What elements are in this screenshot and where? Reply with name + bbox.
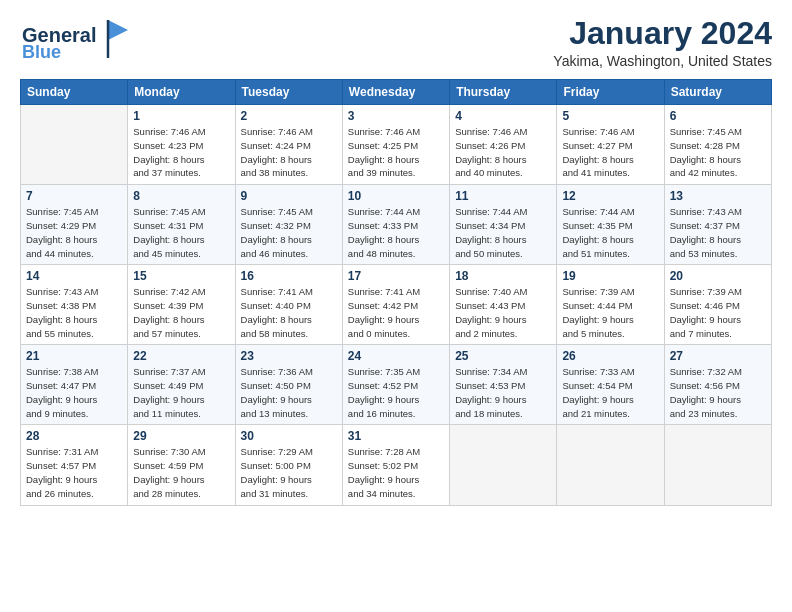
day-info: Sunrise: 7:43 AMSunset: 4:37 PMDaylight:… bbox=[670, 205, 766, 260]
day-number: 13 bbox=[670, 189, 766, 203]
day-number: 23 bbox=[241, 349, 337, 363]
day-number: 10 bbox=[348, 189, 444, 203]
day-info: Sunrise: 7:45 AMSunset: 4:32 PMDaylight:… bbox=[241, 205, 337, 260]
day-info: Sunrise: 7:38 AMSunset: 4:47 PMDaylight:… bbox=[26, 365, 122, 420]
calendar-cell: 19Sunrise: 7:39 AMSunset: 4:44 PMDayligh… bbox=[557, 265, 664, 345]
calendar-cell: 6Sunrise: 7:45 AMSunset: 4:28 PMDaylight… bbox=[664, 105, 771, 185]
calendar-cell: 21Sunrise: 7:38 AMSunset: 4:47 PMDayligh… bbox=[21, 345, 128, 425]
calendar-cell: 10Sunrise: 7:44 AMSunset: 4:33 PMDayligh… bbox=[342, 185, 449, 265]
day-info: Sunrise: 7:46 AMSunset: 4:25 PMDaylight:… bbox=[348, 125, 444, 180]
day-info: Sunrise: 7:39 AMSunset: 4:44 PMDaylight:… bbox=[562, 285, 658, 340]
weekday-header: Wednesday bbox=[342, 80, 449, 105]
logo: General Blue bbox=[20, 16, 130, 60]
calendar-cell: 30Sunrise: 7:29 AMSunset: 5:00 PMDayligh… bbox=[235, 425, 342, 505]
day-number: 5 bbox=[562, 109, 658, 123]
day-number: 28 bbox=[26, 429, 122, 443]
day-number: 18 bbox=[455, 269, 551, 283]
day-info: Sunrise: 7:46 AMSunset: 4:23 PMDaylight:… bbox=[133, 125, 229, 180]
weekday-header: Sunday bbox=[21, 80, 128, 105]
weekday-header: Thursday bbox=[450, 80, 557, 105]
day-number: 26 bbox=[562, 349, 658, 363]
calendar-cell: 17Sunrise: 7:41 AMSunset: 4:42 PMDayligh… bbox=[342, 265, 449, 345]
calendar-table: SundayMondayTuesdayWednesdayThursdayFrid… bbox=[20, 79, 772, 505]
day-number: 29 bbox=[133, 429, 229, 443]
day-info: Sunrise: 7:44 AMSunset: 4:35 PMDaylight:… bbox=[562, 205, 658, 260]
day-info: Sunrise: 7:41 AMSunset: 4:42 PMDaylight:… bbox=[348, 285, 444, 340]
header: General Blue January 2024 Yakima, Washin… bbox=[20, 16, 772, 69]
calendar-cell: 7Sunrise: 7:45 AMSunset: 4:29 PMDaylight… bbox=[21, 185, 128, 265]
day-info: Sunrise: 7:35 AMSunset: 4:52 PMDaylight:… bbox=[348, 365, 444, 420]
day-number: 4 bbox=[455, 109, 551, 123]
calendar-cell: 2Sunrise: 7:46 AMSunset: 4:24 PMDaylight… bbox=[235, 105, 342, 185]
day-info: Sunrise: 7:39 AMSunset: 4:46 PMDaylight:… bbox=[670, 285, 766, 340]
day-number: 3 bbox=[348, 109, 444, 123]
calendar-cell: 28Sunrise: 7:31 AMSunset: 4:57 PMDayligh… bbox=[21, 425, 128, 505]
day-number: 2 bbox=[241, 109, 337, 123]
calendar-cell: 20Sunrise: 7:39 AMSunset: 4:46 PMDayligh… bbox=[664, 265, 771, 345]
title-area: January 2024 Yakima, Washington, United … bbox=[553, 16, 772, 69]
calendar-cell: 8Sunrise: 7:45 AMSunset: 4:31 PMDaylight… bbox=[128, 185, 235, 265]
day-number: 19 bbox=[562, 269, 658, 283]
day-info: Sunrise: 7:46 AMSunset: 4:26 PMDaylight:… bbox=[455, 125, 551, 180]
calendar-cell: 25Sunrise: 7:34 AMSunset: 4:53 PMDayligh… bbox=[450, 345, 557, 425]
calendar-week-row: 14Sunrise: 7:43 AMSunset: 4:38 PMDayligh… bbox=[21, 265, 772, 345]
svg-marker-2 bbox=[108, 20, 128, 40]
weekday-header: Saturday bbox=[664, 80, 771, 105]
day-info: Sunrise: 7:28 AMSunset: 5:02 PMDaylight:… bbox=[348, 445, 444, 500]
day-number: 22 bbox=[133, 349, 229, 363]
day-info: Sunrise: 7:29 AMSunset: 5:00 PMDaylight:… bbox=[241, 445, 337, 500]
calendar-cell bbox=[450, 425, 557, 505]
weekday-header-row: SundayMondayTuesdayWednesdayThursdayFrid… bbox=[21, 80, 772, 105]
day-number: 30 bbox=[241, 429, 337, 443]
day-info: Sunrise: 7:30 AMSunset: 4:59 PMDaylight:… bbox=[133, 445, 229, 500]
calendar-cell: 3Sunrise: 7:46 AMSunset: 4:25 PMDaylight… bbox=[342, 105, 449, 185]
day-number: 20 bbox=[670, 269, 766, 283]
day-info: Sunrise: 7:33 AMSunset: 4:54 PMDaylight:… bbox=[562, 365, 658, 420]
day-number: 12 bbox=[562, 189, 658, 203]
day-info: Sunrise: 7:45 AMSunset: 4:28 PMDaylight:… bbox=[670, 125, 766, 180]
calendar-cell bbox=[557, 425, 664, 505]
weekday-header: Monday bbox=[128, 80, 235, 105]
day-info: Sunrise: 7:46 AMSunset: 4:27 PMDaylight:… bbox=[562, 125, 658, 180]
calendar-cell: 13Sunrise: 7:43 AMSunset: 4:37 PMDayligh… bbox=[664, 185, 771, 265]
calendar-week-row: 28Sunrise: 7:31 AMSunset: 4:57 PMDayligh… bbox=[21, 425, 772, 505]
day-number: 7 bbox=[26, 189, 122, 203]
svg-text:Blue: Blue bbox=[22, 42, 61, 60]
day-info: Sunrise: 7:32 AMSunset: 4:56 PMDaylight:… bbox=[670, 365, 766, 420]
day-info: Sunrise: 7:42 AMSunset: 4:39 PMDaylight:… bbox=[133, 285, 229, 340]
calendar-cell bbox=[21, 105, 128, 185]
calendar-cell: 1Sunrise: 7:46 AMSunset: 4:23 PMDaylight… bbox=[128, 105, 235, 185]
calendar-cell: 29Sunrise: 7:30 AMSunset: 4:59 PMDayligh… bbox=[128, 425, 235, 505]
calendar-cell: 23Sunrise: 7:36 AMSunset: 4:50 PMDayligh… bbox=[235, 345, 342, 425]
day-info: Sunrise: 7:46 AMSunset: 4:24 PMDaylight:… bbox=[241, 125, 337, 180]
main-title: January 2024 bbox=[553, 16, 772, 51]
day-info: Sunrise: 7:44 AMSunset: 4:33 PMDaylight:… bbox=[348, 205, 444, 260]
calendar-cell: 9Sunrise: 7:45 AMSunset: 4:32 PMDaylight… bbox=[235, 185, 342, 265]
day-number: 31 bbox=[348, 429, 444, 443]
day-number: 14 bbox=[26, 269, 122, 283]
day-number: 15 bbox=[133, 269, 229, 283]
calendar-cell: 12Sunrise: 7:44 AMSunset: 4:35 PMDayligh… bbox=[557, 185, 664, 265]
day-number: 6 bbox=[670, 109, 766, 123]
day-info: Sunrise: 7:45 AMSunset: 4:29 PMDaylight:… bbox=[26, 205, 122, 260]
day-number: 21 bbox=[26, 349, 122, 363]
day-number: 8 bbox=[133, 189, 229, 203]
day-info: Sunrise: 7:34 AMSunset: 4:53 PMDaylight:… bbox=[455, 365, 551, 420]
calendar-cell bbox=[664, 425, 771, 505]
calendar-cell: 31Sunrise: 7:28 AMSunset: 5:02 PMDayligh… bbox=[342, 425, 449, 505]
day-info: Sunrise: 7:43 AMSunset: 4:38 PMDaylight:… bbox=[26, 285, 122, 340]
day-info: Sunrise: 7:44 AMSunset: 4:34 PMDaylight:… bbox=[455, 205, 551, 260]
day-number: 11 bbox=[455, 189, 551, 203]
day-info: Sunrise: 7:31 AMSunset: 4:57 PMDaylight:… bbox=[26, 445, 122, 500]
weekday-header: Tuesday bbox=[235, 80, 342, 105]
calendar-cell: 4Sunrise: 7:46 AMSunset: 4:26 PMDaylight… bbox=[450, 105, 557, 185]
logo-icon: General Blue bbox=[20, 16, 130, 60]
calendar-cell: 14Sunrise: 7:43 AMSunset: 4:38 PMDayligh… bbox=[21, 265, 128, 345]
weekday-header: Friday bbox=[557, 80, 664, 105]
day-info: Sunrise: 7:40 AMSunset: 4:43 PMDaylight:… bbox=[455, 285, 551, 340]
page: General Blue January 2024 Yakima, Washin… bbox=[0, 0, 792, 612]
day-number: 25 bbox=[455, 349, 551, 363]
day-number: 1 bbox=[133, 109, 229, 123]
day-number: 16 bbox=[241, 269, 337, 283]
calendar-cell: 22Sunrise: 7:37 AMSunset: 4:49 PMDayligh… bbox=[128, 345, 235, 425]
